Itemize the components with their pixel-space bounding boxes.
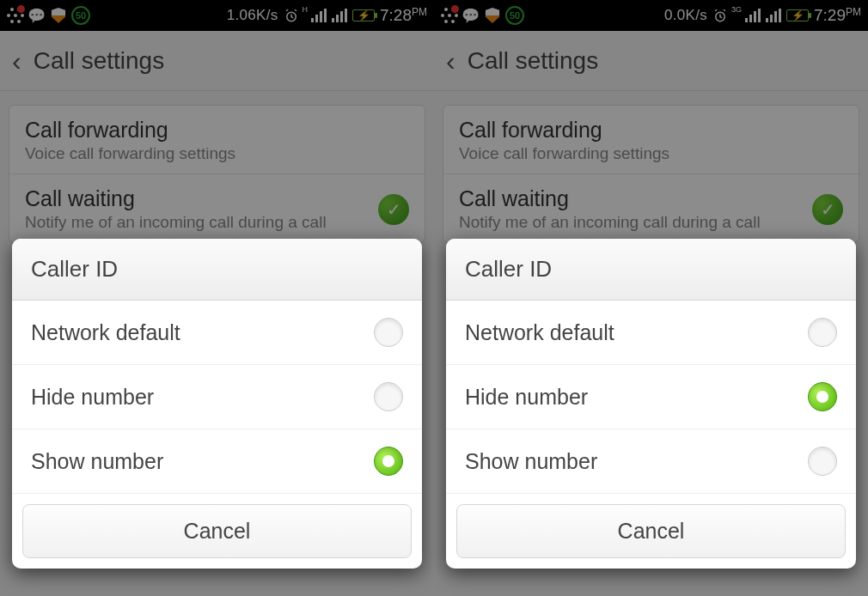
- option-label: Show number: [465, 449, 808, 474]
- option-network-default[interactable]: Network default: [12, 301, 422, 365]
- radio-icon[interactable]: [374, 447, 403, 476]
- option-hide-number[interactable]: Hide number: [446, 365, 856, 429]
- dialog-title: Caller ID: [12, 239, 422, 301]
- radio-icon[interactable]: [374, 318, 403, 347]
- radio-icon[interactable]: [808, 318, 837, 347]
- option-label: Show number: [31, 449, 374, 474]
- option-label: Network default: [31, 320, 374, 345]
- option-hide-number[interactable]: Hide number: [12, 365, 422, 429]
- caller-id-dialog: Caller ID Network default Hide number Sh…: [12, 239, 422, 569]
- option-show-number[interactable]: Show number: [446, 429, 856, 494]
- option-label: Network default: [465, 320, 808, 345]
- option-label: Hide number: [31, 385, 374, 410]
- radio-icon[interactable]: [374, 382, 403, 411]
- radio-icon[interactable]: [808, 447, 837, 476]
- cancel-button[interactable]: Cancel: [456, 504, 846, 558]
- option-network-default[interactable]: Network default: [446, 301, 856, 365]
- radio-icon[interactable]: [808, 382, 837, 411]
- screen-right: 💬 50 0.0K/s 3G ⚡ 7:29PM ‹ Call settings: [434, 0, 868, 596]
- option-label: Hide number: [465, 385, 808, 410]
- dialog-title: Caller ID: [446, 239, 856, 301]
- cancel-button[interactable]: Cancel: [22, 504, 412, 558]
- caller-id-dialog: Caller ID Network default Hide number Sh…: [446, 239, 856, 569]
- option-show-number[interactable]: Show number: [12, 429, 422, 494]
- screen-left: 💬 50 1.06K/s H ⚡ 7:28PM ‹ Call settings: [0, 0, 434, 596]
